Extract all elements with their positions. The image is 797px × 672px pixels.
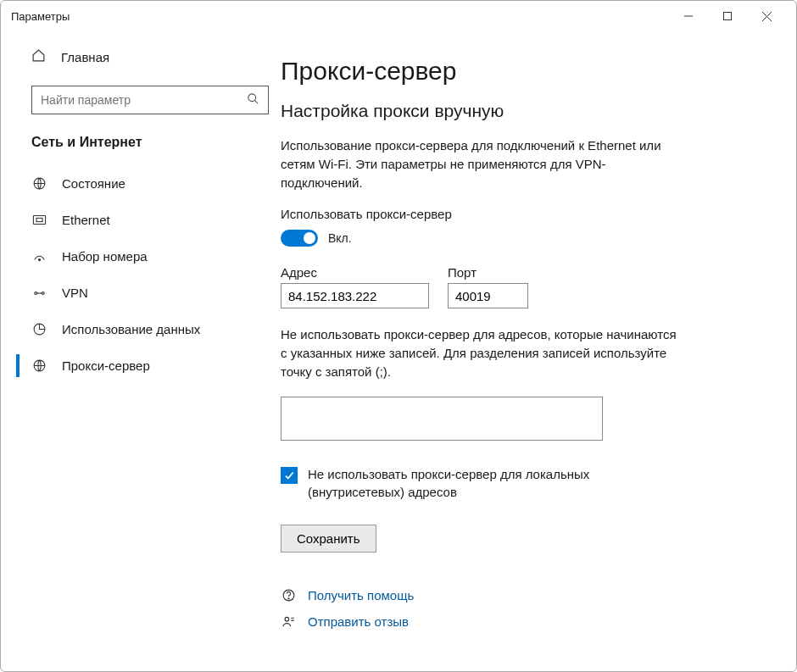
svg-point-16 <box>287 597 288 598</box>
feedback-label: Отправить отзыв <box>308 614 409 629</box>
sidebar-item-vpn[interactable]: VPN <box>1 275 281 311</box>
maximize-button[interactable] <box>708 1 747 31</box>
globe-icon <box>31 358 47 373</box>
sidebar-item-label: Состояние <box>62 176 125 191</box>
help-label: Получить помощь <box>308 588 414 603</box>
close-button[interactable] <box>747 1 786 31</box>
globe-icon <box>31 176 47 191</box>
save-button[interactable]: Сохранить <box>281 525 376 553</box>
home-link[interactable]: Главная <box>1 40 281 74</box>
port-input[interactable] <box>448 283 528 308</box>
minimize-button[interactable] <box>669 1 708 31</box>
search-field[interactable] <box>41 93 247 107</box>
search-input[interactable] <box>31 86 269 114</box>
svg-rect-7 <box>33 216 45 225</box>
sidebar-item-data-usage[interactable]: Использование данных <box>1 311 281 347</box>
window-title: Параметры <box>11 10 70 23</box>
page-title: Прокси-сервер <box>281 57 762 86</box>
vpn-icon <box>31 287 47 299</box>
titlebar: Параметры <box>1 1 796 31</box>
sidebar-item-label: Набор номера <box>62 249 148 264</box>
sidebar-item-ethernet[interactable]: Ethernet <box>1 202 281 238</box>
use-proxy-label: Использовать прокси-сервер <box>281 207 762 221</box>
sidebar-item-status[interactable]: Состояние <box>1 165 281 202</box>
sidebar-item-label: Ethernet <box>62 213 110 227</box>
ethernet-icon <box>31 214 47 226</box>
svg-point-10 <box>34 292 36 294</box>
feedback-icon <box>281 614 296 629</box>
svg-rect-8 <box>36 218 42 221</box>
home-icon <box>31 48 46 65</box>
sidebar-item-label: Прокси-сервер <box>62 358 150 373</box>
exclusion-description: Не использовать прокси-сервер для адресо… <box>281 325 679 380</box>
sidebar-item-proxy[interactable]: Прокси-сервер <box>1 347 281 384</box>
sidebar-item-label: Использование данных <box>62 322 200 336</box>
address-label: Адрес <box>281 265 429 280</box>
svg-line-5 <box>254 100 258 103</box>
help-icon <box>281 588 296 603</box>
sidebar: Главная Сеть и Интернет Состояние <box>1 31 281 671</box>
exclusion-input[interactable] <box>281 397 603 441</box>
port-label: Порт <box>448 265 528 280</box>
search-icon <box>247 92 259 108</box>
sidebar-item-label: VPN <box>62 286 88 300</box>
section-title: Настройка прокси вручную <box>281 101 762 121</box>
section-description: Использование прокси-сервера для подключ… <box>281 136 679 192</box>
use-proxy-toggle[interactable] <box>281 230 318 247</box>
svg-point-17 <box>285 617 289 621</box>
svg-point-4 <box>248 94 256 102</box>
svg-point-9 <box>38 258 40 260</box>
home-label: Главная <box>61 50 109 64</box>
category-title: Сеть и Интернет <box>1 130 281 165</box>
pie-chart-icon <box>31 322 47 336</box>
sidebar-item-dialup[interactable]: Набор номера <box>1 238 281 275</box>
svg-point-11 <box>42 292 44 294</box>
toggle-state-label: Вкл. <box>328 231 352 245</box>
get-help-link[interactable]: Получить помощь <box>281 588 762 603</box>
local-bypass-checkbox[interactable] <box>281 467 298 484</box>
dialup-icon <box>31 251 47 263</box>
address-input[interactable] <box>281 283 429 308</box>
toggle-knob <box>304 232 315 244</box>
main-content: Прокси-сервер Настройка прокси вручную И… <box>281 31 796 671</box>
svg-rect-1 <box>724 13 732 20</box>
feedback-link[interactable]: Отправить отзыв <box>281 614 762 629</box>
local-bypass-label: Не использовать прокси-сервер для локаль… <box>308 465 679 501</box>
